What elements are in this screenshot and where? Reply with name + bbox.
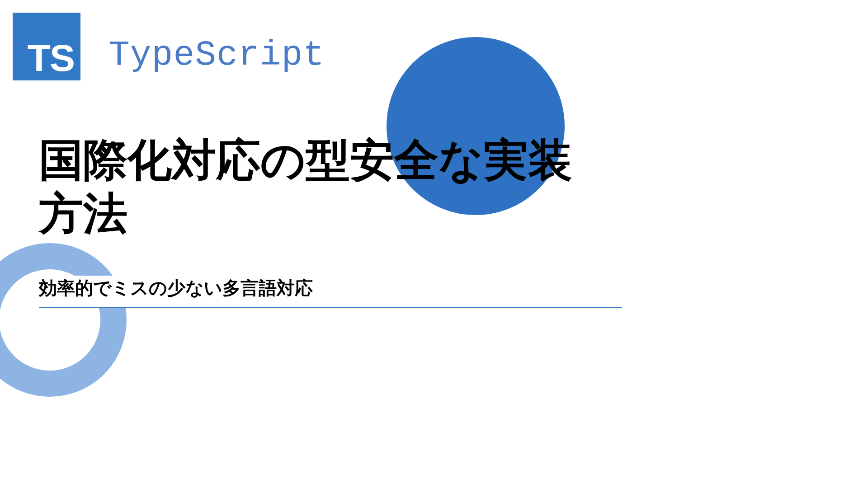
decor-ring [0,243,127,397]
slide-subtitle: 効率的でミスの少ない多言語対応 [39,276,622,307]
typescript-logo-text: TS [28,39,74,77]
slide-main-title: 国際化対応の型安全な実装方法 [39,134,572,240]
slide-title: TS TypeScript 国際化対応の型安全な実装方法 効率的でミスの少ない多… [0,0,656,369]
subtitle-block: 効率的でミスの少ない多言語対応 [39,276,622,308]
divider-line [39,307,622,308]
typescript-logo-icon: TS [13,13,80,80]
brand-name: TypeScript [108,35,325,75]
